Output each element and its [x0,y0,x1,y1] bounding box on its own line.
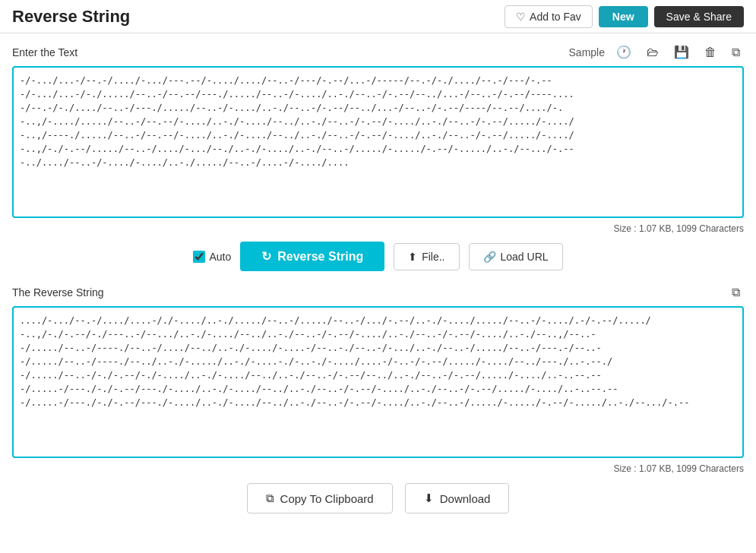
input-size-info: Size : 1.07 KB, 1099 Characters [12,223,744,234]
copy-icon: ⧉ [266,491,274,505]
folder-icon-button[interactable]: 🗁 [643,43,663,62]
copy-to-clipboard-button[interactable]: ⧉ Copy To Clipboard [247,483,393,514]
input-section-header: Enter the Text Sample 🕐 🗁 💾 🗑 ⧉ [12,43,744,62]
delete-icon-button[interactable]: 🗑 [701,43,720,62]
sample-label: Sample [569,46,605,58]
auto-checkbox-label[interactable]: Auto [193,251,231,263]
upload-icon: ⬆ [408,251,417,263]
new-button[interactable]: New [599,6,648,27]
header-actions: ♡ Add to Fav New Save & Share [505,5,744,28]
add-to-fav-button[interactable]: ♡ Add to Fav [505,5,593,28]
save-icon-button[interactable]: 💾 [670,43,693,62]
bottom-actions: ⧉ Copy To Clipboard ⬇ Download [12,483,744,514]
download-button[interactable]: ⬇ Download [405,483,510,514]
copy-output-icon-button[interactable]: ⧉ [728,283,744,302]
input-textarea[interactable]: -/-.../...-/--.-/..../-.../---.--/-..../… [12,66,744,218]
header: Reverse String ♡ Add to Fav New Save & S… [0,0,756,33]
page-title: Reverse String [12,7,130,27]
save-share-button[interactable]: Save & Share [654,6,744,27]
link-icon: 🔗 [483,251,496,263]
output-label: The Reverse String [12,286,104,299]
copy-input-icon-button[interactable]: ⧉ [728,43,744,62]
history-icon-button[interactable]: 🕐 [612,43,635,62]
output-size-info: Size : 1.07 KB, 1099 Characters [12,463,744,474]
file-button[interactable]: ⬆ File.. [394,243,459,270]
load-url-button[interactable]: 🔗 Load URL [469,243,563,270]
controls-row: Auto ↻ Reverse String ⬆ File.. 🔗 Load UR… [12,242,744,271]
reverse-string-button[interactable]: ↻ Reverse String [240,242,384,271]
main-content: Enter the Text Sample 🕐 🗁 💾 🗑 ⧉ -/-.../.… [0,33,756,523]
output-section-header: The Reverse String ⧉ [12,283,744,302]
output-textarea[interactable]: ..../-.../--.-/..../....-/./-..../..-./.… [12,306,744,458]
auto-checkbox[interactable] [193,251,205,263]
refresh-icon: ↻ [261,249,271,264]
heart-icon: ♡ [516,11,526,23]
input-tools: Sample 🕐 🗁 💾 🗑 ⧉ [569,43,744,62]
input-label: Enter the Text [12,46,77,58]
download-icon: ⬇ [424,491,434,505]
